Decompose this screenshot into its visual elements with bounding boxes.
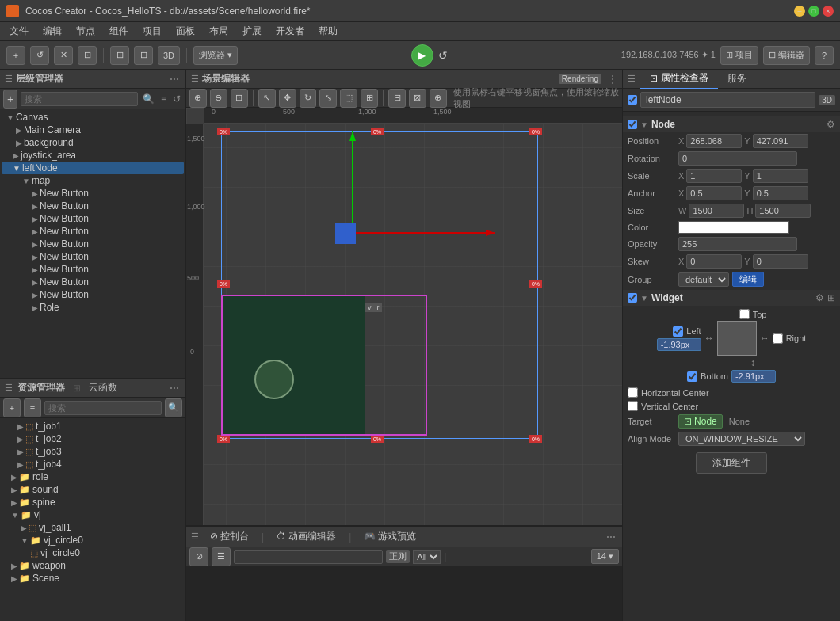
asset-item-t_job2[interactable]: ▶ ⬚ t_job2 [2,432,184,445]
scene-editor-menu[interactable]: ⋮ [608,74,617,85]
scale-x-input[interactable] [686,169,742,183]
snap-tool[interactable]: ⊠ [409,89,426,108]
tab-animation[interactable]: ⏱ 动画编辑器 [269,528,344,545]
tree-arrow-main-camera[interactable]: ▶ [16,126,22,135]
size-w-input[interactable] [689,204,744,218]
menu-item-面板[interactable]: 面板 [170,23,201,40]
align-mode-select[interactable]: ON_WINDOW_RESIZE [678,432,805,446]
tree-item-btn8[interactable]: ▶New Button [2,276,184,288]
widget-enabled-checkbox[interactable] [628,293,637,303]
asset-sort-button[interactable]: ≡ [24,398,41,417]
tree-item-leftnode[interactable]: ▼ leftNode [2,162,184,174]
help-button[interactable]: ? [815,46,834,65]
scale-y-input[interactable] [753,169,808,183]
tree-item-canvas[interactable]: ▼ Canvas [2,111,184,124]
tree-item-btn1[interactable]: ▶New Button [2,187,184,200]
asset-item-role[interactable]: ▶ 📁 role [2,471,184,483]
node-name-input[interactable] [640,92,815,108]
anchor-x-input[interactable] [686,186,742,200]
skew-y-input[interactable] [753,254,808,269]
asset-item-t_job1[interactable]: ▶ ⬚ t_job1 [2,420,184,432]
horiz-center-checkbox[interactable] [628,387,638,398]
left-checkbox[interactable] [673,326,683,337]
viewport[interactable]: 0 500 1,000 1,500 1,500 1,000 500 0 0% [186,108,622,525]
select-tool[interactable]: ↖ [258,89,276,108]
bottom-panel-menu[interactable]: ⋯ [605,530,617,544]
console-search-input[interactable] [234,550,383,564]
layer-sort-icon[interactable]: ≡ [159,92,168,106]
widget-section-header[interactable]: ▼ Widget ⚙ ⊞ [623,290,840,306]
layer-add-button[interactable]: + [3,90,17,109]
add-component-button[interactable]: 添加组件 [696,452,767,474]
bottom-px-input[interactable] [731,370,776,383]
anchor-tool[interactable]: ⊞ [361,89,378,108]
menu-item-文件[interactable]: 文件 [3,23,35,40]
asset-item-scene[interactable]: ▶ 📁 Scene [2,572,184,585]
rotation-input[interactable] [678,151,797,166]
group-edit-button[interactable]: 编辑 [732,272,764,287]
rotate-tool[interactable]: ↻ [300,89,317,108]
widget-settings-icon[interactable]: ⚙ [815,292,824,303]
size-h-input[interactable] [755,204,811,218]
node-enabled-checkbox[interactable] [628,95,637,105]
console-filter-button[interactable]: ☰ [212,547,231,566]
menu-item-开发者[interactable]: 开发者 [269,23,311,40]
position-y-input[interactable] [753,134,808,148]
scene-refresh-button[interactable]: ↺ [438,49,448,62]
mode2-button[interactable]: ⊟ [134,46,153,65]
console-clear-button[interactable]: ⊘ [189,547,208,566]
rect-tool[interactable]: ⬚ [340,89,357,108]
console-count-button[interactable]: 14 ▾ [591,549,619,564]
play-button[interactable]: ▶ [411,44,433,67]
tree-item-btn2[interactable]: ▶New Button [2,200,184,212]
tree-item-btn4[interactable]: ▶New Button [2,225,184,238]
zoom-in-button[interactable]: ⊕ [189,89,207,108]
tree-item-role[interactable]: ▶Role [2,301,184,314]
tree-item-joystick[interactable]: ▶ joystick_area [2,149,184,162]
right-checkbox[interactable] [773,333,783,344]
scale-tool[interactable]: ⤡ [319,89,337,108]
layer-refresh-icon[interactable]: ↺ [171,92,182,106]
layer-manager-menu[interactable]: ⋯ [168,72,181,86]
node-section-cog[interactable]: ⚙ [827,119,835,130]
tree-item-map[interactable]: ▼ map [2,174,184,187]
top-checkbox[interactable] [739,309,750,319]
color-swatch[interactable] [678,221,789,234]
asset-item-vj-circle0-inner[interactable]: ⬚ vj_circle0 [2,547,184,559]
tab-game-preview[interactable]: 🎮 游戏预览 [356,528,424,545]
tree-item-btn9[interactable]: ▶New Button [2,288,184,301]
editor-button[interactable]: ⊟ 编辑器 [763,46,810,65]
tab-console[interactable]: ⊘ 控制台 [202,528,257,545]
tree-item-btn3[interactable]: ▶New Button [2,212,184,225]
left-px-input[interactable] [657,338,701,351]
group-select[interactable]: default [678,272,729,287]
asset-item-spine[interactable]: ▶ 📁 spine [2,496,184,509]
menu-item-项目[interactable]: 项目 [136,23,168,40]
asset-item-t_job4[interactable]: ▶ ⬚ t_job4 [2,458,184,471]
tree-arrow-canvas[interactable]: ▼ [6,113,14,122]
asset-item-vj[interactable]: ▼ 📁 vj [2,509,184,521]
tree-item-main-camera[interactable]: ▶ Main Camera [2,124,184,136]
position-x-input[interactable] [686,134,742,148]
mode-3d-button[interactable]: 3D [158,46,180,65]
camera-tool[interactable]: ⊕ [430,89,447,108]
add-node-button[interactable]: + [6,46,25,65]
asset-manager-menu[interactable]: ⋯ [168,381,181,395]
close-button[interactable]: × [823,6,834,17]
move-tool[interactable]: ✥ [279,89,296,108]
minimize-button[interactable]: – [794,6,805,17]
asset-search-input[interactable] [44,401,162,415]
menu-item-节点[interactable]: 节点 [70,23,101,40]
project-button[interactable]: ⊞ 项目 [720,46,758,65]
remove-button[interactable]: ✕ [54,46,73,65]
save-button[interactable]: ⊡ [78,46,97,65]
tree-arrow-background[interactable]: ▶ [16,139,22,147]
layer-search-input[interactable] [21,92,138,106]
vert-center-checkbox[interactable] [628,401,638,411]
tree-item-btn7[interactable]: ▶New Button [2,263,184,276]
node-section-header[interactable]: ▼ Node ⚙ [623,116,840,132]
asset-item-vj-ball1[interactable]: ▶ ⬚ vj_ball1 [2,521,184,534]
asset-search-button[interactable]: 🔍 [165,398,182,417]
asset-item-t_job3[interactable]: ▶ ⬚ t_job3 [2,445,184,458]
refresh-button[interactable]: ↺ [30,46,49,65]
